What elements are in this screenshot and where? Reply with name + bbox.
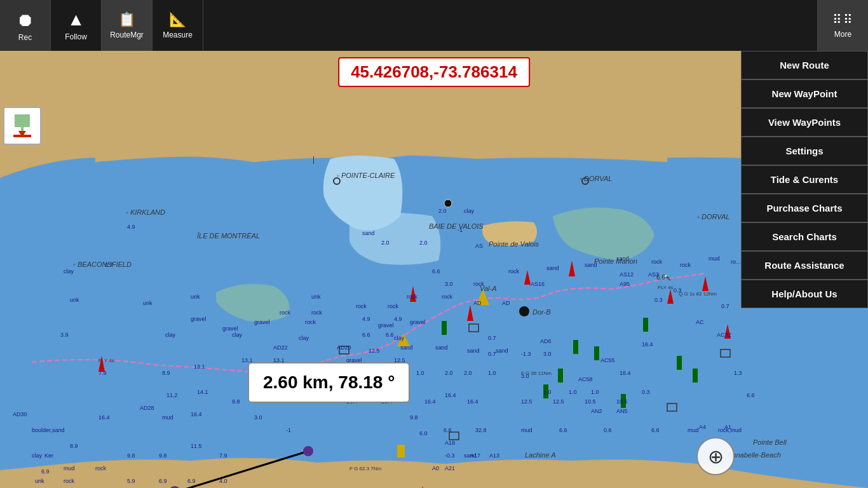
svg-text:clay: clay bbox=[32, 452, 43, 459]
svg-text:unk: unk bbox=[191, 294, 200, 300]
svg-text:A17: A17 bbox=[470, 452, 480, 459]
svg-text:A18: A18 bbox=[445, 440, 455, 446]
more-button[interactable]: ⠿⠿ More bbox=[817, 0, 868, 51]
svg-text:unk: unk bbox=[70, 297, 79, 303]
svg-text:2.0: 2.0 bbox=[464, 370, 472, 376]
svg-text:clay: clay bbox=[394, 335, 405, 341]
svg-text:6.6: 6.6 bbox=[432, 268, 440, 274]
svg-text:A1: A1 bbox=[724, 424, 731, 430]
svg-text:16.4: 16.4 bbox=[467, 398, 478, 405]
rec-button[interactable]: ⏺ Rec bbox=[0, 0, 51, 51]
svg-text:rock: rock bbox=[680, 262, 691, 268]
svg-text:A13: A13 bbox=[489, 452, 499, 459]
help-about-button[interactable]: Help/About Us bbox=[741, 280, 868, 308]
svg-text:gravel: gravel bbox=[191, 316, 207, 322]
svg-text:8.9: 8.9 bbox=[162, 370, 170, 376]
svg-text:12.5: 12.5 bbox=[369, 348, 380, 354]
svg-text:rock: rock bbox=[311, 309, 323, 316]
svg-text:-0.3: -0.3 bbox=[445, 452, 455, 459]
svg-text:1.0: 1.0 bbox=[569, 389, 577, 395]
svg-text:Pointe de Valois: Pointe de Valois bbox=[489, 240, 539, 248]
svg-rect-14 bbox=[594, 346, 599, 360]
svg-point-3 bbox=[303, 446, 313, 456]
svg-text:AS16: AS16 bbox=[531, 281, 545, 287]
svg-rect-21 bbox=[442, 321, 447, 335]
svg-text:AD30: AD30 bbox=[13, 411, 27, 417]
new-waypoint-button[interactable]: New WayPoint bbox=[741, 79, 868, 108]
compass-button[interactable]: ⊕ bbox=[696, 437, 735, 475]
svg-text:AD22: AD22 bbox=[273, 344, 288, 351]
svg-text:clay: clay bbox=[464, 208, 475, 214]
svg-text:9.8: 9.8 bbox=[159, 452, 167, 459]
svg-text:rock: rock bbox=[64, 478, 75, 484]
compass-icon: ⊕ bbox=[708, 445, 724, 468]
route-assistance-button[interactable]: Route Assistance bbox=[741, 251, 868, 280]
svg-text:clay: clay bbox=[299, 335, 309, 341]
svg-text:AC: AC bbox=[696, 319, 704, 325]
svg-text:-1.3: -1.3 bbox=[521, 351, 531, 357]
measure-button[interactable]: 📐 Measure bbox=[153, 0, 203, 51]
svg-text:A95: A95 bbox=[620, 281, 630, 287]
svg-text:gravel: gravel bbox=[254, 319, 270, 325]
svg-text:1.0: 1.0 bbox=[591, 389, 599, 395]
svg-text:boulder,sand: boulder,sand bbox=[32, 427, 65, 433]
svg-text:F G 36 11Nm: F G 36 11Nm bbox=[521, 370, 552, 376]
routemgr-button[interactable]: 📋 RouteMgr bbox=[102, 0, 153, 51]
svg-text:4.9: 4.9 bbox=[362, 316, 370, 322]
svg-text:Q G 1s 82 12Nm: Q G 1s 82 12Nm bbox=[679, 291, 717, 297]
svg-text:16.4: 16.4 bbox=[98, 414, 110, 421]
svg-text:AS: AS bbox=[475, 243, 483, 249]
svg-text:mud: mud bbox=[64, 465, 75, 471]
svg-text:10.5: 10.5 bbox=[616, 398, 628, 405]
svg-text:mud: mud bbox=[688, 427, 699, 433]
svg-text:11.5: 11.5 bbox=[191, 443, 202, 449]
svg-text:5.9: 5.9 bbox=[127, 478, 135, 484]
svg-text:2.0: 2.0 bbox=[381, 240, 390, 246]
follow-button[interactable]: ▲ Follow bbox=[51, 0, 102, 51]
purchase-charts-button[interactable]: Purchase Charts bbox=[741, 194, 868, 222]
svg-text:1.3: 1.3 bbox=[734, 370, 742, 376]
svg-text:◦ DORVAL: ◦ DORVAL bbox=[580, 175, 612, 182]
svg-text:3.0: 3.0 bbox=[254, 414, 262, 421]
svg-text:12.5: 12.5 bbox=[553, 398, 564, 405]
svg-text:0.3: 0.3 bbox=[654, 297, 663, 303]
svg-text:BAIE DE VALOIS: BAIE DE VALOIS bbox=[429, 222, 484, 230]
svg-text:Ker: Ker bbox=[44, 452, 53, 459]
svg-text:|: | bbox=[313, 155, 315, 164]
svg-text:A4: A4 bbox=[699, 424, 706, 430]
svg-text:clay: clay bbox=[232, 332, 243, 338]
tide-currents-button[interactable]: Tide & Curents bbox=[741, 165, 868, 194]
svg-text:3.0: 3.0 bbox=[543, 351, 552, 357]
svg-text:AC58: AC58 bbox=[578, 376, 593, 383]
svg-text:rock: rock bbox=[305, 319, 316, 325]
coordinates-text: 45.426708,-73.786314 bbox=[351, 62, 517, 81]
svg-text:rock: rock bbox=[356, 303, 367, 309]
svg-text:6.6: 6.6 bbox=[362, 332, 370, 338]
map-area[interactable]: 4.9 0.7 3.9 7.9 16.4 8.9 6.9 4.6 5.9 6.2… bbox=[0, 51, 868, 488]
sidebar: New Route New WayPoint View WayPoints Se… bbox=[741, 51, 868, 308]
svg-text:AD28: AD28 bbox=[140, 405, 154, 411]
svg-rect-13 bbox=[573, 340, 578, 354]
svg-text:6.6: 6.6 bbox=[444, 427, 452, 433]
svg-text:clay: clay bbox=[165, 332, 176, 338]
svg-text:rock: rock bbox=[407, 294, 418, 300]
svg-text:4.9: 4.9 bbox=[394, 316, 402, 322]
new-route-button[interactable]: New Route bbox=[741, 51, 868, 79]
search-charts-button[interactable]: Search Charts bbox=[741, 222, 868, 251]
download-button[interactable] bbox=[3, 107, 41, 145]
svg-text:AD20: AD20 bbox=[337, 344, 351, 351]
routemgr-label: RouteMgr bbox=[110, 30, 144, 39]
svg-text:◦ KIRKLAND: ◦ KIRKLAND bbox=[126, 208, 165, 216]
svg-rect-216 bbox=[13, 135, 31, 137]
svg-text:rock: rock bbox=[388, 303, 399, 309]
settings-button[interactable]: Settings bbox=[741, 137, 868, 165]
svg-text:sand: sand bbox=[546, 265, 559, 271]
view-waypoints-button[interactable]: View WayPoints bbox=[741, 108, 868, 137]
svg-text:rock: rock bbox=[442, 294, 453, 300]
svg-text:sand: sand bbox=[400, 344, 413, 351]
svg-text:16.4: 16.4 bbox=[642, 341, 653, 348]
svg-text:ÎLE DE MONTRÉAL: ÎLE DE MONTRÉAL bbox=[197, 232, 260, 240]
follow-label: Follow bbox=[65, 32, 87, 41]
toolbar: ⏺ Rec ▲ Follow 📋 RouteMgr 📐 Measure ⠿⠿ M… bbox=[0, 0, 868, 51]
rec-label: Rec bbox=[18, 33, 32, 42]
